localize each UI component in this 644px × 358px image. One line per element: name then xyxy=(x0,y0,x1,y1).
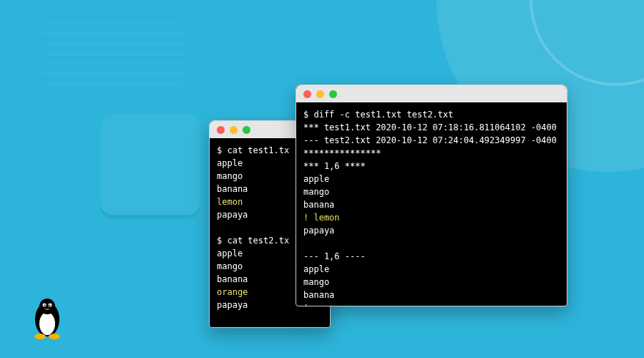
svg-point-6 xyxy=(49,304,50,306)
terminal-line xyxy=(303,237,560,250)
svg-point-5 xyxy=(44,304,45,306)
terminal-output-diff: $ diff -c test1.txt test2.txt*** test1.t… xyxy=(296,102,567,306)
svg-point-8 xyxy=(49,334,60,339)
terminal-line: mango xyxy=(303,185,560,198)
maximize-icon[interactable] xyxy=(243,126,250,134)
terminal-line: mango xyxy=(303,276,560,289)
terminal-line: --- 1,6 ---- xyxy=(303,250,560,263)
terminal-line: *** 1,6 **** xyxy=(303,160,560,173)
terminal-line: $ diff -c test1.txt test2.txt xyxy=(303,108,560,121)
close-icon[interactable] xyxy=(217,126,225,134)
terminal-line: *************** xyxy=(303,147,560,160)
terminal-line: ! lemon xyxy=(303,211,560,224)
svg-point-7 xyxy=(34,334,46,339)
bg-square xyxy=(100,115,200,215)
tux-icon xyxy=(30,298,64,339)
terminal-line: apple xyxy=(303,263,560,276)
terminal-line: *** test1.txt 2020-10-12 07:18:16.811064… xyxy=(303,121,560,134)
close-icon[interactable] xyxy=(303,90,311,98)
window-titlebar[interactable] xyxy=(296,85,567,102)
terminal-line: papaya xyxy=(303,224,560,237)
svg-point-2 xyxy=(39,299,55,314)
terminal-line: --- test2.txt 2020-10-12 07:24:04.492349… xyxy=(303,134,560,147)
terminal-window-diff: $ diff -c test1.txt test2.txt*** test1.t… xyxy=(296,84,567,306)
maximize-icon[interactable] xyxy=(329,90,337,98)
terminal-line: ! orange xyxy=(303,301,560,306)
minimize-icon[interactable] xyxy=(316,90,324,98)
svg-point-1 xyxy=(39,312,55,335)
minimize-icon[interactable] xyxy=(230,126,238,134)
terminal-line: banana xyxy=(303,289,560,301)
terminal-line: banana xyxy=(303,198,560,211)
bg-stripes xyxy=(43,21,186,86)
terminal-line: apple xyxy=(303,173,560,185)
